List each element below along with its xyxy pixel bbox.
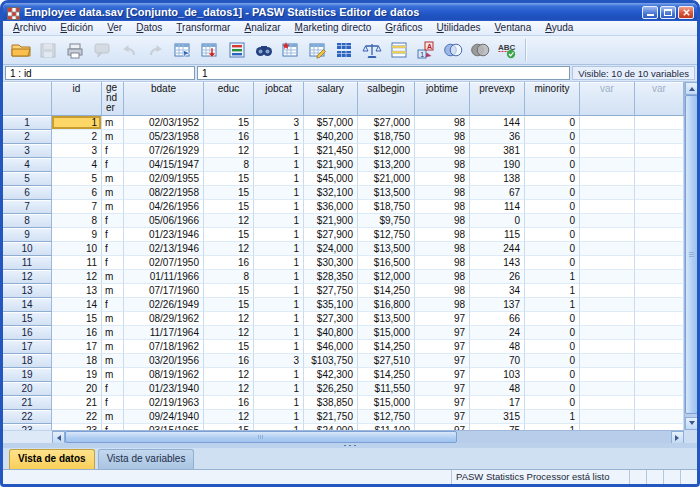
cell-gender[interactable]: m — [102, 172, 124, 186]
cell-jobtime[interactable]: 97 — [415, 354, 470, 368]
cell-salary[interactable]: $27,750 — [304, 284, 358, 298]
cell-minority[interactable]: 0 — [525, 256, 580, 270]
row-header[interactable]: 7 — [3, 200, 52, 214]
cell-jobtime[interactable]: 98 — [415, 270, 470, 284]
cell-var1[interactable] — [580, 410, 635, 424]
cell-var1[interactable] — [580, 228, 635, 242]
cell-id[interactable]: 18 — [52, 354, 102, 368]
cell-prevexp[interactable]: 103 — [470, 368, 525, 382]
cell-var2[interactable] — [635, 242, 684, 256]
cell-bdate[interactable]: 05/06/1966 — [124, 214, 204, 228]
cell-bdate[interactable]: 07/18/1962 — [124, 340, 204, 354]
cell-salbegin[interactable]: $15,000 — [358, 396, 415, 410]
cell-minority[interactable]: 0 — [525, 214, 580, 228]
cell-bdate[interactable]: 05/23/1958 — [124, 130, 204, 144]
cell-minority[interactable]: 0 — [525, 340, 580, 354]
cell-id[interactable]: 2 — [52, 130, 102, 144]
cell-salbegin[interactable]: $14,250 — [358, 368, 415, 382]
spell-check-button[interactable]: ABC — [493, 38, 520, 63]
row-header[interactable]: 11 — [3, 256, 52, 270]
cell-jobcat[interactable]: 1 — [254, 270, 304, 284]
cell-id[interactable]: 5 — [52, 172, 102, 186]
cell-educ[interactable]: 12 — [204, 312, 254, 326]
cell-bdate[interactable]: 08/22/1958 — [124, 186, 204, 200]
cell-var2[interactable] — [635, 354, 684, 368]
cell-prevexp[interactable]: 17 — [470, 396, 525, 410]
cell-var1[interactable] — [580, 368, 635, 382]
cell-prevexp[interactable]: 26 — [470, 270, 525, 284]
cell-salbegin[interactable]: $27,000 — [358, 116, 415, 130]
cell-var2[interactable] — [635, 228, 684, 242]
cell-id[interactable]: 9 — [52, 228, 102, 242]
scroll-down-button[interactable] — [685, 417, 697, 430]
cell-jobtime[interactable]: 98 — [415, 158, 470, 172]
cell-var1[interactable] — [580, 172, 635, 186]
horizontal-scroll-thumb[interactable] — [65, 431, 457, 443]
cell-salary[interactable]: $46,000 — [304, 340, 358, 354]
cell-minority[interactable]: 0 — [525, 186, 580, 200]
menu-ayuda[interactable]: Ayuda — [538, 21, 580, 35]
cell-var1[interactable] — [580, 130, 635, 144]
cell-jobtime[interactable]: 98 — [415, 144, 470, 158]
goto-case-button[interactable] — [169, 38, 196, 63]
cell-minority[interactable]: 0 — [525, 130, 580, 144]
cell-educ[interactable]: 16 — [204, 256, 254, 270]
cell-educ[interactable]: 12 — [204, 214, 254, 228]
print-button[interactable] — [61, 38, 88, 63]
cell-salary[interactable]: $32,100 — [304, 186, 358, 200]
cell-salbegin[interactable]: $12,750 — [358, 228, 415, 242]
cell-var1[interactable] — [580, 340, 635, 354]
menu-marketing-directo[interactable]: Marketing directo — [288, 21, 379, 35]
cell-jobtime[interactable]: 98 — [415, 298, 470, 312]
column-header-jobtime[interactable]: jobtime — [415, 82, 470, 116]
cell-bdate[interactable]: 04/15/1947 — [124, 158, 204, 172]
column-header-minority[interactable]: minority — [525, 82, 580, 116]
cell-id[interactable]: 8 — [52, 214, 102, 228]
cell-jobcat[interactable]: 1 — [254, 396, 304, 410]
cell-var2[interactable] — [635, 284, 684, 298]
cell-educ[interactable]: 16 — [204, 130, 254, 144]
cell-var2[interactable] — [635, 172, 684, 186]
cell-bdate[interactable]: 03/20/1956 — [124, 354, 204, 368]
cell-id[interactable]: 14 — [52, 298, 102, 312]
row-header[interactable]: 8 — [3, 214, 52, 228]
cell-jobcat[interactable]: 1 — [254, 368, 304, 382]
minimize-button[interactable] — [642, 6, 658, 19]
cell-salary[interactable]: $27,900 — [304, 228, 358, 242]
cell-var1[interactable] — [580, 396, 635, 410]
cell-jobtime[interactable]: 98 — [415, 116, 470, 130]
cell-gender[interactable]: f — [102, 298, 124, 312]
cell-id[interactable]: 12 — [52, 270, 102, 284]
row-header[interactable]: 12 — [3, 270, 52, 284]
cell-salbegin[interactable]: $12,750 — [358, 410, 415, 424]
cell-var2[interactable] — [635, 340, 684, 354]
cell-salbegin[interactable]: $15,000 — [358, 326, 415, 340]
cell-jobcat[interactable]: 1 — [254, 130, 304, 144]
cell-jobcat[interactable]: 1 — [254, 312, 304, 326]
insert-cases-button[interactable] — [277, 38, 304, 63]
cell-id[interactable]: 20 — [52, 382, 102, 396]
horizontal-scrollbar[interactable] — [52, 430, 684, 443]
cell-id[interactable]: 11 — [52, 256, 102, 270]
cell-minority[interactable]: 0 — [525, 354, 580, 368]
cell-jobcat[interactable]: 1 — [254, 186, 304, 200]
cell-jobtime[interactable]: 97 — [415, 340, 470, 354]
cell-id[interactable]: 10 — [52, 242, 102, 256]
cell-salary[interactable]: $38,850 — [304, 396, 358, 410]
column-header-jobcat[interactable]: jobcat — [254, 82, 304, 116]
cell-gender[interactable]: f — [102, 256, 124, 270]
cell-var1[interactable] — [580, 214, 635, 228]
cell-prevexp[interactable]: 244 — [470, 242, 525, 256]
cell-jobtime[interactable]: 98 — [415, 172, 470, 186]
row-header[interactable]: 20 — [3, 382, 52, 396]
cell-jobcat[interactable]: 1 — [254, 340, 304, 354]
cell-educ[interactable]: 12 — [204, 326, 254, 340]
cell-educ[interactable]: 15 — [204, 228, 254, 242]
cell-educ[interactable]: 12 — [204, 368, 254, 382]
cell-salary[interactable]: $30,300 — [304, 256, 358, 270]
cell-salary[interactable]: $27,300 — [304, 312, 358, 326]
cell-bdate[interactable]: 01/11/1966 — [124, 270, 204, 284]
row-header[interactable]: 16 — [3, 326, 52, 340]
cell-var2[interactable] — [635, 200, 684, 214]
cell-id[interactable]: 6 — [52, 186, 102, 200]
